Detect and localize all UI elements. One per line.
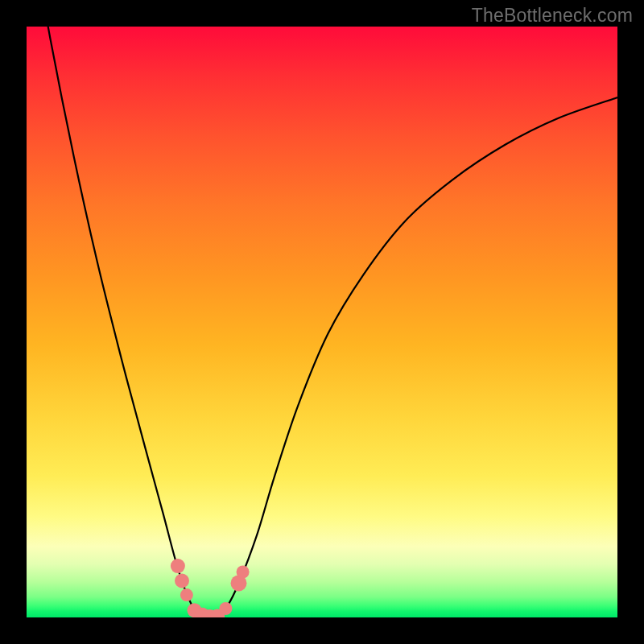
chart-frame: TheBottleneck.com bbox=[0, 0, 644, 644]
data-marker bbox=[175, 574, 189, 588]
data-marker bbox=[180, 588, 193, 601]
curve-layer bbox=[27, 27, 617, 617]
data-marker bbox=[219, 602, 232, 615]
data-markers bbox=[171, 559, 250, 617]
bottleneck-curve bbox=[27, 27, 617, 617]
plot-area bbox=[27, 27, 617, 617]
data-marker bbox=[237, 566, 250, 579]
data-marker bbox=[171, 559, 185, 573]
watermark-text: TheBottleneck.com bbox=[472, 5, 633, 27]
